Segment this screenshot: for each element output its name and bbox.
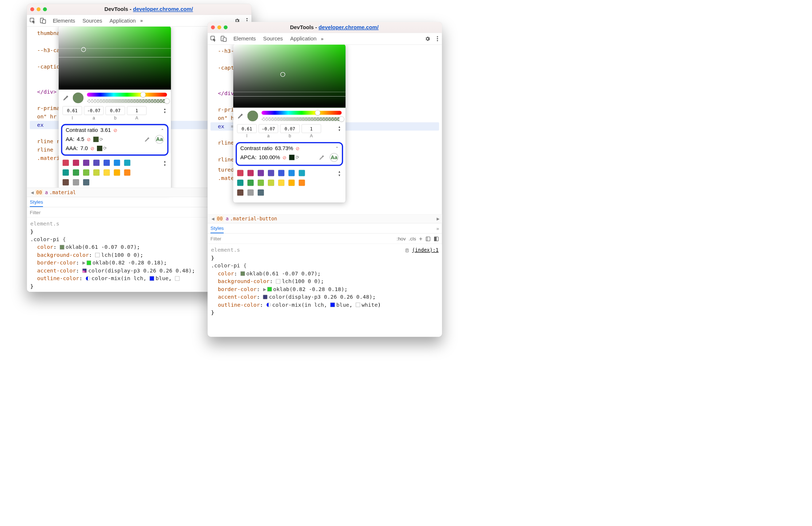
breadcrumb-prev[interactable]: ◀ — [31, 189, 34, 195]
device-toolbar-icon[interactable] — [40, 17, 47, 24]
alpha-slider[interactable] — [87, 99, 167, 103]
styles-pane[interactable]: (index):1 element.s } .color-pi { color:… — [208, 244, 442, 337]
source-link[interactable]: (index):1 — [405, 246, 439, 254]
filter-input[interactable]: Filter — [211, 236, 222, 242]
palette-swatch[interactable] — [258, 170, 264, 176]
breadcrumb[interactable]: ◀ 00 a .material-button ▶ — [208, 214, 442, 223]
palette-swatch[interactable] — [288, 180, 294, 186]
alpha-slider[interactable] — [262, 117, 342, 121]
inspect-icon[interactable] — [29, 17, 36, 24]
palette-swatch[interactable] — [63, 179, 69, 185]
palette-swatch[interactable] — [247, 170, 254, 176]
format-switcher[interactable]: ▲▼ — [337, 125, 341, 132]
palette-swatch[interactable] — [104, 169, 110, 176]
palette-swatch[interactable] — [237, 180, 243, 186]
spectrum-cursor[interactable] — [280, 72, 285, 77]
apca-swatches[interactable]: ⟳ — [289, 155, 299, 160]
input-a[interactable] — [259, 124, 278, 133]
tab-sources[interactable]: Sources — [263, 34, 283, 44]
breadcrumb-next[interactable]: ▶ — [437, 216, 440, 221]
palette-swatch[interactable] — [93, 169, 99, 176]
breadcrumb-item[interactable]: a — [226, 216, 229, 221]
styles-sidebar-icon[interactable] — [425, 236, 431, 242]
tab-application[interactable]: Application — [109, 16, 136, 26]
close-icon[interactable] — [211, 25, 215, 30]
tabs-overflow-icon[interactable]: » — [321, 36, 323, 42]
close-icon[interactable] — [30, 7, 34, 11]
palette-swatch[interactable] — [237, 189, 243, 196]
hue-slider[interactable] — [262, 111, 342, 115]
format-switcher[interactable]: ▲▼ — [163, 107, 167, 114]
color-spectrum[interactable] — [233, 45, 346, 108]
input-l[interactable] — [237, 124, 257, 133]
breadcrumb-item[interactable]: .material — [49, 189, 76, 195]
collapse-icon[interactable]: ⌃ — [335, 146, 339, 151]
input-b[interactable] — [280, 124, 300, 133]
palette-swatch[interactable] — [114, 160, 120, 166]
input-alpha[interactable] — [301, 124, 321, 133]
breadcrumb-item[interactable]: 00 — [35, 189, 43, 195]
breadcrumb-prev[interactable]: ◀ — [211, 216, 214, 221]
palette-swatch[interactable] — [83, 160, 89, 166]
color-spectrum[interactable] — [59, 27, 171, 90]
device-toolbar-icon[interactable] — [220, 35, 227, 42]
kebab-icon[interactable] — [436, 36, 440, 41]
eyedropper-icon[interactable] — [237, 113, 244, 119]
palette-swatch[interactable] — [268, 180, 274, 186]
palette-swatch[interactable] — [124, 160, 130, 166]
hov-toggle[interactable]: :hov — [397, 236, 406, 242]
palette-swatch[interactable] — [278, 170, 284, 176]
cls-toggle[interactable]: .cls — [409, 236, 416, 242]
palette-swatch[interactable] — [124, 169, 130, 176]
spectrum-cursor[interactable] — [81, 47, 86, 52]
palette-swatch[interactable] — [258, 180, 264, 186]
maximize-icon[interactable] — [224, 25, 228, 30]
filter-input[interactable]: Filter — [30, 210, 41, 215]
aa-swatches[interactable]: ⟳ — [93, 137, 103, 142]
input-a[interactable] — [84, 106, 104, 115]
palette-swatch[interactable] — [247, 180, 254, 186]
palette-swatch[interactable] — [237, 170, 243, 176]
hue-slider[interactable] — [87, 93, 167, 97]
palette-swatch[interactable] — [114, 169, 120, 176]
palette-swatch[interactable] — [278, 180, 284, 186]
input-alpha[interactable] — [127, 106, 147, 115]
palette-swatch[interactable] — [93, 160, 99, 166]
palette-updown[interactable]: ▲▼ — [163, 160, 167, 166]
computed-toggle-icon[interactable] — [434, 236, 439, 242]
maximize-icon[interactable] — [43, 7, 47, 11]
tab-elements[interactable]: Elements — [53, 16, 75, 26]
aaa-swatches[interactable]: ⟳ — [97, 146, 107, 151]
contrast-preview-pill[interactable]: Aa — [155, 135, 164, 144]
palette-swatch[interactable] — [258, 189, 264, 196]
palette-swatch[interactable] — [298, 180, 305, 186]
inspect-icon[interactable] — [210, 35, 217, 42]
eyedropper-icon[interactable] — [144, 136, 151, 143]
palette-swatch[interactable] — [73, 169, 79, 176]
breadcrumb-item[interactable]: 00 — [216, 216, 224, 221]
input-l[interactable] — [63, 106, 82, 115]
minimize-icon[interactable] — [217, 25, 221, 30]
color-picker[interactable]: ▲▼ labA Contrast ratio 3.61 ⊘ ⌃ AA: — [59, 27, 171, 192]
palette-swatch[interactable] — [83, 179, 89, 185]
color-picker[interactable]: ▲▼ labA Contrast ratio 63.73% ⊘ ⌃ APCA: — [233, 45, 346, 203]
breadcrumb-item[interactable]: .material-button — [230, 216, 277, 221]
palette-swatch[interactable] — [63, 169, 69, 176]
palette-swatch[interactable] — [298, 170, 305, 176]
palette-swatch[interactable] — [63, 160, 69, 166]
window-controls[interactable] — [30, 7, 47, 11]
collapse-icon[interactable]: ⌃ — [161, 128, 164, 133]
tab-styles[interactable]: Styles — [211, 224, 224, 233]
palette-swatch[interactable] — [247, 189, 254, 196]
palette-swatch[interactable] — [73, 179, 79, 185]
palette-swatch[interactable] — [83, 169, 89, 176]
minimize-icon[interactable] — [37, 7, 41, 11]
palette-swatch[interactable] — [73, 160, 79, 166]
tab-sources[interactable]: Sources — [82, 16, 102, 26]
eyedropper-icon[interactable] — [63, 94, 70, 101]
window-controls[interactable] — [211, 25, 228, 30]
gear-icon[interactable] — [424, 35, 431, 42]
new-rule-button[interactable]: + — [419, 235, 422, 242]
tab-styles[interactable]: Styles — [30, 197, 43, 207]
sub-tabs-overflow[interactable]: » — [436, 226, 439, 231]
